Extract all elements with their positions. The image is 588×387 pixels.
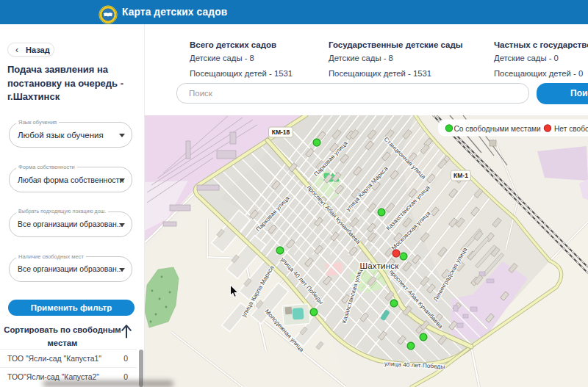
svg-text:Со свободными местами: Со свободными местами — [454, 125, 541, 133]
svg-text:Нет свободн: Нет свободн — [554, 125, 588, 133]
svg-text:КМ-1: КМ-1 — [453, 172, 468, 179]
svg-text:Шахтинск: Шахтинск — [360, 261, 400, 270]
svg-text:КМ-18: КМ-18 — [272, 129, 290, 136]
